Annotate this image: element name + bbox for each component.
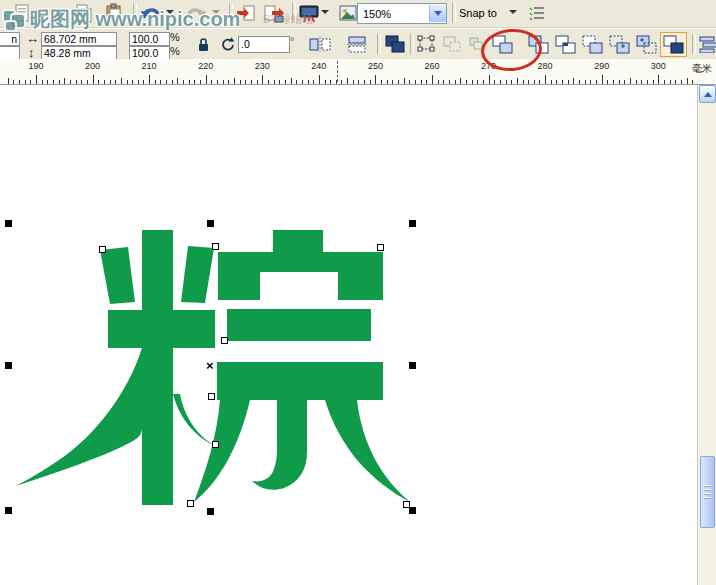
object-node-handle[interactable] [212,441,219,448]
object-node-handle[interactable] [99,246,106,253]
object-node-handle[interactable] [377,244,384,251]
scroll-up-button[interactable] [699,85,716,103]
selection-handle[interactable] [5,220,12,227]
object-node-handle[interactable] [208,393,215,400]
selection-handle[interactable] [207,220,214,227]
scrollbar-thumb[interactable] [700,456,715,528]
selection-handle[interactable] [5,362,12,369]
coreldraw-window: ✂ 150% [0,0,716,585]
object-node-handle[interactable] [187,500,194,507]
selection-handle[interactable] [207,508,214,515]
chevron-up-icon [704,92,712,97]
zong-character-glyph[interactable] [0,0,716,585]
object-node-handle[interactable] [221,337,228,344]
object-node-handle[interactable] [403,501,410,508]
selection-handle[interactable] [409,220,416,227]
selection-handle[interactable] [409,362,416,369]
selection-center-marker[interactable]: × [206,361,214,371]
selection-handle[interactable] [409,507,416,514]
selection-handle[interactable] [5,507,12,514]
vertical-scrollbar[interactable] [697,85,716,585]
object-node-handle[interactable] [212,243,219,250]
